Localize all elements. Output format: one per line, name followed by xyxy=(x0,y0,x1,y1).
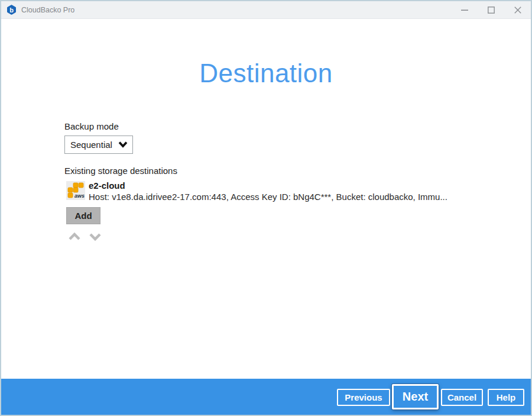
page-title: Destination xyxy=(1,59,531,88)
move-down-icon[interactable] xyxy=(89,231,102,242)
destination-name: e2-cloud xyxy=(89,180,125,191)
cancel-button[interactable]: Cancel xyxy=(441,389,483,406)
destination-list-item[interactable]: aws e2-cloud Host: v1e8.da.idrivee2-17.c… xyxy=(66,180,492,202)
cloudbacko-logo-icon: b xyxy=(7,5,17,15)
app-window: b CloudBacko Pro Destination Backup mode… xyxy=(0,0,532,416)
backup-mode-label: Backup mode xyxy=(64,121,119,131)
footer-bar: Previous Next Cancel Help xyxy=(1,379,531,415)
svg-text:aws: aws xyxy=(74,193,85,199)
aws-icon: aws xyxy=(66,181,85,200)
app-title: CloudBacko Pro xyxy=(21,6,74,14)
maximize-button[interactable] xyxy=(478,1,504,19)
destination-details: Host: v1e8.da.idrivee2-17.com:443, Acces… xyxy=(89,192,491,202)
backup-mode-dropdown[interactable]: Sequential xyxy=(64,136,133,154)
existing-destinations-label: Existing storage destinations xyxy=(64,166,177,176)
minimize-button[interactable] xyxy=(451,1,478,19)
reorder-controls xyxy=(68,231,102,242)
move-up-icon[interactable] xyxy=(68,231,81,242)
add-button[interactable]: Add xyxy=(66,207,100,224)
backup-mode-selected-value: Sequential xyxy=(70,140,116,150)
window-controls xyxy=(451,1,531,19)
main-content: Destination Backup mode Sequential Exist… xyxy=(1,20,531,378)
help-button[interactable]: Help xyxy=(488,389,524,406)
close-button[interactable] xyxy=(504,1,531,19)
titlebar: b CloudBacko Pro xyxy=(1,1,531,19)
previous-button[interactable]: Previous xyxy=(337,389,390,406)
chevron-down-icon xyxy=(118,140,128,150)
svg-text:b: b xyxy=(9,7,14,14)
next-button[interactable]: Next xyxy=(392,384,439,409)
